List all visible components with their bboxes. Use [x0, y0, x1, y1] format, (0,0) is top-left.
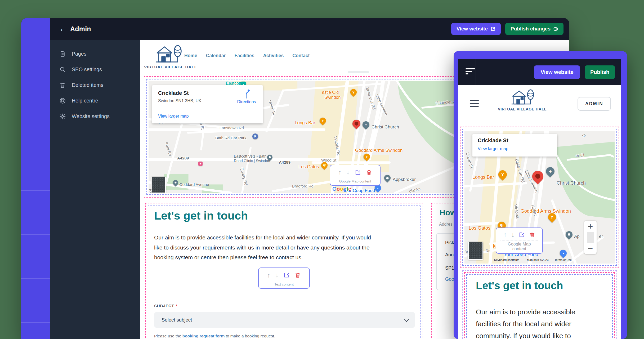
publish-changes-label: Publish changes: [511, 26, 551, 32]
mobile-preview-frame: View website Publish VIRTUAL VILLAGE H: [454, 51, 627, 339]
contact-section-outline: Let's get in touch Our aim is to provide…: [145, 203, 423, 339]
map-card-title: Cricklade St: [478, 137, 508, 144]
move-up-icon[interactable]: ↑: [267, 271, 270, 279]
keyboard-shortcuts-link[interactable]: Keyboard shortcuts: [494, 258, 519, 261]
contact-paragraph: Our aim is to provide accessible facilit…: [476, 306, 575, 339]
mobile-publish-button[interactable]: Publish: [585, 65, 615, 79]
mobile-map-section-outline: ctoBUnion Ster ClLongs BarYBelle Vue RdL…: [460, 127, 619, 268]
map-pin-gray: +: [544, 165, 556, 177]
map-pin-orange: Y: [497, 168, 508, 180]
publish-changes-button[interactable]: Publish changes: [505, 23, 564, 35]
map-label: Victoria: [513, 204, 520, 218]
map-label: Christ Church: [557, 180, 586, 186]
zoom-out-button[interactable]: −: [584, 243, 597, 254]
map-label: Kent Rd: [164, 141, 173, 157]
rail-divider: [21, 322, 50, 323]
preview-scrollbar-thumb[interactable]: [348, 71, 369, 73]
map-card-address: Swindon SN1 3HB, UK: [158, 99, 202, 103]
subject-select[interactable]: Select subject: [154, 312, 415, 328]
nav-home[interactable]: Home: [184, 53, 197, 59]
sidebar-toggle-icon[interactable]: [466, 68, 475, 76]
directions-link[interactable]: Directions: [236, 88, 257, 104]
contact-heading: Let's get in touch: [154, 209, 248, 222]
move-down-icon[interactable]: ↓: [511, 231, 515, 239]
edit-icon[interactable]: [284, 272, 290, 278]
trash-icon: [59, 82, 66, 88]
zoom-in-button[interactable]: +: [584, 221, 597, 232]
globe-icon: [553, 26, 558, 32]
map-label: Eastcott Vets - Bath: [234, 154, 266, 158]
nav-contact[interactable]: Contact: [292, 53, 310, 59]
mobile-admin-topbar: View website Publish: [458, 59, 621, 85]
mobile-contact-section-outline: Let's get in touch Our aim is to provide…: [464, 272, 615, 339]
admin-title: Admin: [70, 25, 91, 33]
admin-badge-button[interactable]: ADMIN: [578, 97, 611, 111]
map-label: A4289: [177, 156, 189, 160]
map-pin-gray: +: [361, 120, 371, 130]
google-logo: Google: [332, 186, 351, 192]
gear-icon: [59, 113, 66, 120]
view-larger-map-link[interactable]: View larger map: [478, 146, 508, 151]
delete-icon[interactable]: [529, 232, 535, 238]
map-data-label: Map data ©2023: [527, 258, 549, 261]
rail-divider: [21, 278, 50, 279]
purple-rail: [21, 18, 50, 339]
view-website-button[interactable]: View website: [451, 23, 501, 35]
map-label: Union St: [268, 100, 277, 115]
map-label: k: [493, 243, 495, 249]
map-label: Victoria Rd: [333, 136, 341, 156]
mobile-google-map-embed[interactable]: ctoBUnion Ster ClLongs BarYBelle Vue RdL…: [464, 131, 615, 264]
hamburger-menu-icon[interactable]: [470, 100, 479, 109]
contact-heading: Let's get in touch: [476, 280, 563, 292]
terms-of-use-link[interactable]: Terms of Use: [554, 258, 572, 261]
booking-request-form-link[interactable]: booking request form: [182, 334, 225, 338]
map-label: Ap: [574, 234, 580, 239]
mobile-site-logo[interactable]: VIRTUAL VILLAGE HALL: [490, 87, 554, 111]
sidebar-item-deleted-items[interactable]: Deleted items: [50, 77, 140, 93]
satellite-toggle-thumbnail[interactable]: [151, 177, 166, 193]
sidebar-item-label: Help centre: [72, 98, 98, 104]
mobile-map-block-outline: ctoBUnion Ster ClLongs BarYBelle Vue RdL…: [462, 129, 617, 266]
view-larger-map-link[interactable]: View larger map: [158, 114, 189, 119]
move-up-icon[interactable]: ↑: [338, 168, 342, 176]
edit-icon[interactable]: [355, 169, 361, 175]
map-pin-cart: ▪: [558, 248, 568, 258]
satellite-toggle-thumbnail[interactable]: [468, 242, 483, 260]
sidebar-item-help-centre[interactable]: Help centre: [50, 93, 140, 109]
delete-icon[interactable]: [366, 169, 372, 175]
delete-icon[interactable]: [295, 272, 301, 278]
sidebar-item-seo-settings[interactable]: SEO settings: [50, 62, 140, 77]
block-type-label: Text content: [263, 281, 305, 288]
edit-icon[interactable]: [519, 232, 525, 238]
sidebar-item-website-settings[interactable]: Website settings: [50, 109, 140, 124]
nav-facilities[interactable]: Facilities: [235, 53, 254, 59]
find-us-map-link[interactable]: Goo: [445, 276, 454, 282]
site-nav: Home Calendar Facilities Activities Cont…: [184, 53, 310, 59]
block-type-label: Google Map content: [334, 178, 376, 185]
move-up-icon[interactable]: ↑: [503, 231, 507, 239]
mobile-contact-group-outline: Let's get in touch Our aim is to provide…: [462, 270, 617, 339]
sidebar-item-label: Pages: [72, 51, 86, 57]
mobile-map-block-toolbar: ↑ ↓ Google Map content: [496, 228, 543, 254]
map-label: Longs Bar: [295, 120, 315, 126]
map-label: planks: [409, 186, 421, 193]
sidebar-item-pages[interactable]: Pages: [50, 46, 140, 62]
rail-divider: [21, 234, 50, 235]
map-zoom-control: + −: [584, 221, 597, 254]
map-card-title: Cricklade St: [158, 90, 189, 96]
nav-activities[interactable]: Activities: [263, 53, 284, 59]
back-arrow-icon[interactable]: ←: [59, 25, 66, 33]
admin-sidebar: Pages SEO settings Deleted items Help ce…: [50, 40, 140, 339]
help-icon: [59, 97, 66, 104]
move-down-icon[interactable]: ↓: [275, 271, 279, 279]
mobile-view-website-button[interactable]: View website: [534, 65, 580, 79]
directions-icon: [242, 88, 251, 99]
sidebar-item-label: Deleted items: [72, 82, 103, 88]
map-label: Quarry Rd: [240, 167, 248, 186]
nav-calendar[interactable]: Calendar: [206, 53, 226, 59]
move-down-icon[interactable]: ↓: [347, 168, 350, 176]
map-label: Bath Rd Car Park: [215, 136, 247, 140]
map-label: Christ Church: [372, 124, 399, 130]
document-icon: [59, 51, 66, 57]
map-label: Little London: [375, 93, 389, 116]
